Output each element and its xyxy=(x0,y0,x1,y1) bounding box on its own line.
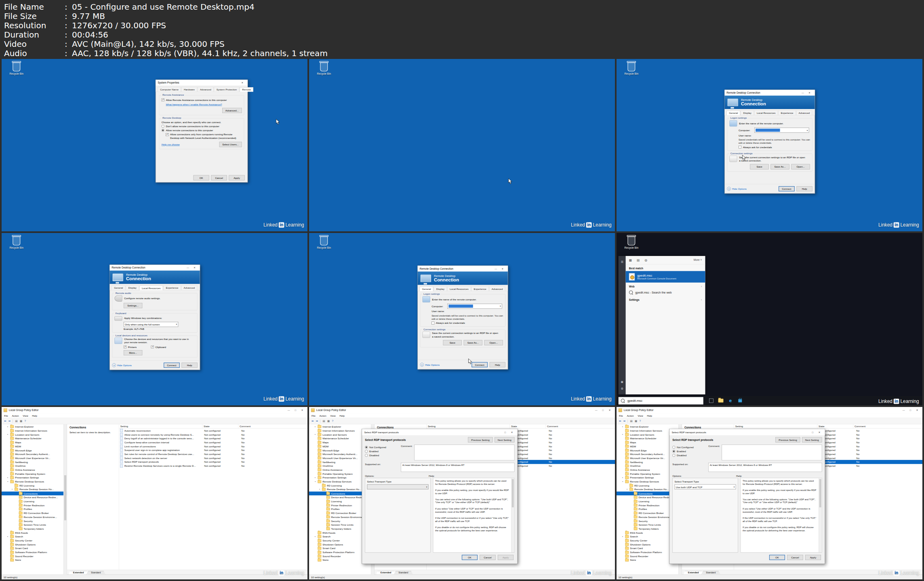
recycle-bin-icon[interactable]: Recycle Bin xyxy=(314,62,333,75)
sysprops-tab[interactable]: Computer Name xyxy=(158,87,181,91)
forward-icon[interactable]: ➡ xyxy=(316,419,318,423)
help-icon[interactable]: ? xyxy=(332,419,334,422)
expander-icon[interactable]: ▸ xyxy=(315,426,318,428)
tree-item[interactable]: ▾ Remote Desktop Services xyxy=(2,480,67,484)
rdc-tab[interactable]: General xyxy=(726,111,740,115)
ra-help-link[interactable]: What happens when I enable Remote Assist… xyxy=(166,103,222,106)
next-setting-button[interactable]: Next Setting xyxy=(802,437,822,443)
help-button[interactable]: Help xyxy=(490,362,505,367)
close-icon[interactable]: ✕ xyxy=(806,91,813,94)
expander-icon[interactable]: ▸ xyxy=(622,477,625,479)
minimize-icon[interactable]: — xyxy=(185,266,192,269)
close-icon[interactable]: ✕ xyxy=(299,409,306,411)
rdc-tab[interactable]: Display xyxy=(126,285,139,290)
policy-setting-row[interactable]: Automatic reconnection Not configured No xyxy=(119,428,307,432)
rdc-tab[interactable]: Experience xyxy=(163,285,181,290)
menu-item[interactable]: File xyxy=(4,414,8,417)
tree-item[interactable]: Microsoft User Experience Vir... xyxy=(2,456,67,460)
menu-item[interactable]: File xyxy=(312,414,316,417)
policy-setting-row[interactable]: Deny logoff of an administrator logged i… xyxy=(119,436,307,440)
tree-item[interactable]: Online Assistance xyxy=(2,468,67,472)
policy-setting-row[interactable]: Allow users to connect remotely by using… xyxy=(119,432,307,436)
always-ask-checkbox[interactable] xyxy=(739,146,741,149)
recycle-bin-icon[interactable]: Recycle Bin xyxy=(622,236,641,249)
hide-options-toggle[interactable]: ▲Hide Options xyxy=(112,363,131,367)
help-scrollbar[interactable] xyxy=(819,478,822,552)
tree-item[interactable]: OneDrive xyxy=(2,464,67,468)
rd-radio-allow[interactable] xyxy=(162,129,164,132)
close-icon[interactable]: ✕ xyxy=(509,431,516,434)
tree-item[interactable]: RSS Feeds xyxy=(2,531,67,535)
tree-item[interactable]: ▸ Internet Explorer xyxy=(309,425,374,429)
back-icon[interactable]: ⬅ xyxy=(619,419,621,423)
window-titlebar[interactable]: Local Group Policy Editor —□✕ xyxy=(617,407,922,413)
rdc-tab[interactable]: Display xyxy=(741,111,754,115)
tree-item[interactable]: ▸ Search xyxy=(2,535,67,539)
keyboard-combobox[interactable]: Only when using the full screen▾ xyxy=(124,322,178,327)
properties-icon[interactable]: ▦ xyxy=(635,419,637,423)
menu-item[interactable]: Help xyxy=(32,414,37,417)
nla-checkbox[interactable] xyxy=(166,133,168,136)
column-comment[interactable]: Comment xyxy=(238,424,307,428)
video-frame-2[interactable]: Recycle Bin LinkedinLearning xyxy=(309,59,615,231)
tree-item[interactable]: NetMeeting xyxy=(2,460,67,464)
window-titlebar[interactable]: Local Group Policy Editor —□✕ xyxy=(2,407,307,413)
save-as-button[interactable]: Save As... xyxy=(770,164,789,170)
ok-button[interactable]: OK xyxy=(769,555,785,560)
recycle-bin-icon[interactable]: Recycle Bin xyxy=(622,62,641,75)
minimize-icon[interactable]: — xyxy=(285,409,292,411)
settings-section-header[interactable]: Settings› xyxy=(626,296,705,302)
rdc-tab[interactable]: Advanced xyxy=(796,111,812,115)
expander-icon[interactable]: ▸ xyxy=(622,536,625,538)
tree-item[interactable]: Store xyxy=(2,558,67,562)
export-list-icon[interactable]: ▤ xyxy=(322,419,325,423)
computer-combobox[interactable]: ▾ xyxy=(754,128,809,132)
close-icon[interactable]: ✕ xyxy=(606,409,613,411)
menu-item[interactable]: Action xyxy=(12,414,19,417)
policy-setting-row[interactable]: Restrict Remote Desktop Services users t… xyxy=(119,464,307,468)
apply-button[interactable]: Apply xyxy=(229,175,244,180)
recycle-bin-icon[interactable]: Recycle Bin xyxy=(7,62,26,75)
connect-button[interactable]: Connect xyxy=(471,362,488,367)
video-frame-7[interactable]: Local Group Policy Editor —□✕ FileAction… xyxy=(2,407,307,579)
store-icon[interactable] xyxy=(737,398,743,403)
dialog-titlebar[interactable]: Select RDP transport protocols □✕ xyxy=(362,429,517,435)
minimize-icon[interactable]: — xyxy=(493,267,499,270)
properties-icon[interactable]: ▦ xyxy=(327,419,330,423)
tree-item[interactable]: Portable Operating System xyxy=(2,472,67,476)
save-button[interactable]: Save xyxy=(443,340,462,345)
search-result-gpedit[interactable]: gpedit.msc Microsoft Common Console Docu… xyxy=(626,271,705,282)
tree-item[interactable]: ▸ Internet Explorer xyxy=(617,425,682,429)
cancel-button[interactable]: Cancel xyxy=(211,175,227,180)
export-list-icon[interactable]: ▤ xyxy=(15,419,17,423)
filter-apps-icon[interactable]: ▦ xyxy=(629,258,632,262)
close-icon[interactable]: ✕ xyxy=(816,431,823,434)
maximize-icon[interactable]: □ xyxy=(907,409,914,411)
open-button[interactable]: Open... xyxy=(791,164,810,170)
always-ask-checkbox[interactable] xyxy=(431,322,434,325)
policy-setting-row[interactable]: Suspend user sign-in to complete app reg… xyxy=(119,448,307,452)
tab-extended[interactable]: Extended xyxy=(684,571,703,575)
sysprops-tab[interactable]: System Protection xyxy=(214,87,239,91)
video-frame-9[interactable]: Local Group Policy Editor —□✕ FileAction… xyxy=(617,407,922,579)
video-frame-3[interactable]: Recycle Bin Remote Desktop Connection —✕… xyxy=(617,59,922,231)
close-icon[interactable]: ✕ xyxy=(914,409,921,411)
clipboard-checkbox[interactable] xyxy=(151,346,154,348)
export-list-icon[interactable]: ▤ xyxy=(630,419,632,423)
more-filters-button[interactable]: More ˅ xyxy=(694,258,702,261)
forward-icon[interactable]: ➡ xyxy=(623,419,625,423)
maximize-icon[interactable]: □ xyxy=(502,431,509,434)
rdc-tab[interactable]: Advanced xyxy=(489,286,505,291)
comment-textarea[interactable] xyxy=(415,445,515,460)
tab-standard[interactable]: Standard xyxy=(86,571,105,575)
menu-item[interactable]: View xyxy=(330,414,335,417)
close-icon[interactable]: ✕ xyxy=(499,267,506,270)
tree-item[interactable]: ▸ Location and Sensors xyxy=(2,432,67,436)
rdc-tab[interactable]: General xyxy=(419,287,433,291)
transport-type-combobox[interactable]: Use both UDP and TCP▾ xyxy=(675,485,736,489)
menu-item[interactable]: File xyxy=(619,414,623,417)
dialog-titlebar[interactable]: Remote Desktop Connection —✕ xyxy=(725,90,815,96)
radio-disabled[interactable] xyxy=(672,454,675,457)
dialog-titlebar[interactable]: Select RDP transport protocols □✕ xyxy=(669,429,825,435)
tab-standard[interactable]: Standard xyxy=(394,571,413,575)
